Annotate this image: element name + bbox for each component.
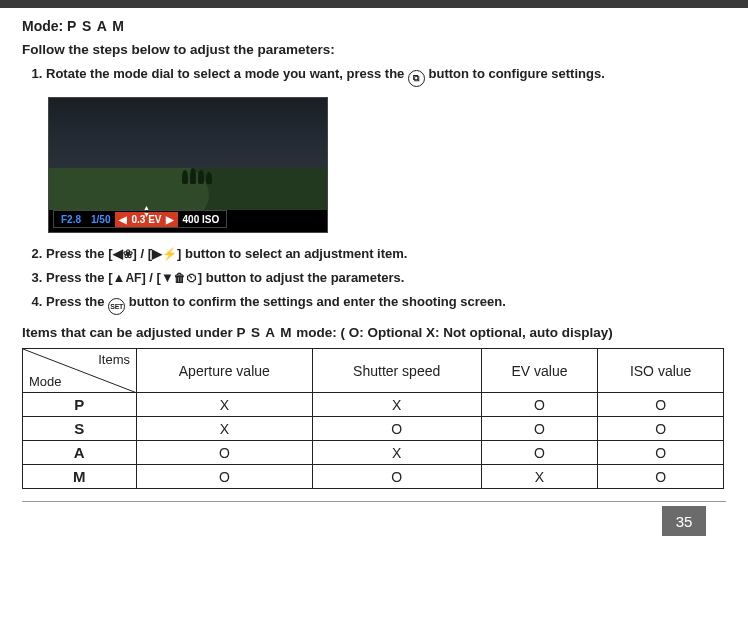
left-arrow-icon: ◀: [119, 214, 127, 225]
mode-label: Mode:: [22, 18, 63, 34]
mode-heading: Mode: P S A M: [22, 18, 726, 34]
step-1: Rotate the mode dial to select a mode yo…: [46, 65, 726, 87]
intro-text: Follow the steps below to adjust the par…: [22, 42, 726, 57]
shutter-value: 1/50: [86, 214, 115, 225]
ev-selector: ▲▼ ◀ 0.3 EV ▶: [115, 212, 177, 227]
table-intro: Items that can be adjusted under P S A M…: [22, 325, 726, 340]
table-row: M O O X O: [23, 465, 724, 489]
table-row: P X X O O: [23, 393, 724, 417]
set-button-icon: SET: [108, 298, 125, 315]
right-arrow-icon: ▶: [166, 214, 174, 225]
page-content: Mode: P S A M Follow the steps below to …: [0, 8, 748, 536]
exposure-band: F2.8 1/50 ▲▼ ◀ 0.3 EV ▶ 400 ISO: [53, 210, 227, 228]
up-icon: ▲: [113, 270, 126, 285]
page-number: 35: [662, 506, 706, 536]
aperture-value: F2.8: [56, 214, 86, 225]
down-icon: ▼: [161, 270, 174, 285]
col-iso: ISO value: [598, 349, 724, 393]
modes-table: Items Mode Aperture value Shutter speed …: [22, 348, 724, 489]
col-shutter: Shutter speed: [312, 349, 481, 393]
flash-icon: ⚡: [162, 247, 177, 261]
mode-value: P S A M: [67, 18, 125, 34]
step-2: Press the [◀❀] / [▶⚡] button to select a…: [46, 245, 726, 263]
step-4: Press the SET button to confirm the sett…: [46, 293, 726, 315]
left-icon: ◀: [113, 246, 123, 261]
trash-icon: 🗑: [174, 271, 186, 285]
footer: 35: [22, 501, 726, 536]
table-row: A O X O O: [23, 441, 724, 465]
steps-list-2: Press the [◀❀] / [▶⚡] button to select a…: [22, 245, 726, 315]
top-bar: [0, 0, 748, 8]
af-icon: AF: [125, 271, 141, 285]
table-row: S X O O O: [23, 417, 724, 441]
col-aperture: Aperture value: [137, 349, 313, 393]
ev-button-icon: ⧉: [408, 70, 425, 87]
trees-graphic: [182, 166, 222, 184]
step-3: Press the [▲AF] / [▼🗑⏲] button to adjust…: [46, 269, 726, 287]
steps-list: Rotate the mode dial to select a mode yo…: [22, 65, 726, 87]
camera-display: F2.8 1/50 ▲▼ ◀ 0.3 EV ▶ 400 ISO: [48, 97, 328, 233]
table-diag-header: Items Mode: [23, 349, 137, 393]
timer-icon: ⏲: [186, 271, 198, 285]
macro-icon: ❀: [123, 247, 133, 261]
col-ev: EV value: [481, 349, 598, 393]
iso-value: 400 ISO: [178, 214, 225, 225]
right-icon: ▶: [152, 246, 162, 261]
